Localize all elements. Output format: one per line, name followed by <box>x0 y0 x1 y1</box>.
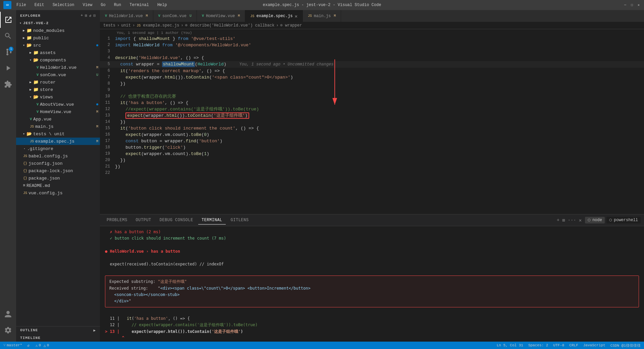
tree-item-views[interactable]: ▾ 📂 views <box>16 93 100 101</box>
cursor-position-status[interactable]: Ln 5, Col 31 <box>497 343 523 347</box>
code-editor[interactable]: You, 1 second ago | 1 author (You) 1 imp… <box>100 29 644 214</box>
tree-item-node-modules[interactable]: ▶ 📁 node_modules <box>16 27 100 34</box>
line-ending-status[interactable]: CRLF <box>569 343 578 347</box>
code-line-17: 17 const button = wrapper.find('button') <box>100 138 644 144</box>
timeline-section[interactable]: TIMELINE <box>16 334 100 342</box>
panel-close-icon[interactable]: ✕ <box>579 217 582 223</box>
breadcrumb-file[interactable]: JS example.spec.js <box>137 23 179 28</box>
search-activity-icon[interactable] <box>0 28 16 44</box>
tree-item-aboutview-vue[interactable]: V AboutView.vue <box>16 101 100 108</box>
code-line-11: 11 it('has a button', () => { <box>100 100 644 106</box>
terminal-panel: PROBLEMS OUTPUT DEBUG CONSOLE TERMINAL G… <box>100 214 644 342</box>
terminal-line-empty <box>105 255 639 261</box>
panel-tab-gitlens[interactable]: GITLENS <box>227 216 252 224</box>
user-info-status[interactable]: CSDN @1佳佳佳佳 <box>610 343 641 348</box>
tree-item-assets[interactable]: ▶ 📁 assets <box>16 49 100 56</box>
maximize-button[interactable]: □ <box>630 3 634 7</box>
collapse-icon[interactable]: ⊟ <box>93 13 96 18</box>
close-button[interactable]: ✕ <box>637 3 641 7</box>
panel-tab-problems[interactable]: PROBLEMS <box>103 216 131 224</box>
tree-item-readme[interactable]: M README.md <box>16 182 100 189</box>
panel-tab-debug-console[interactable]: DEBUG CONSOLE <box>156 216 197 224</box>
tree-item-gitignore[interactable]: · .gitignore <box>16 145 100 152</box>
source-control-activity-icon[interactable]: 1 <box>0 44 16 60</box>
folder-icon: 📁 <box>33 87 39 92</box>
extensions-activity-icon[interactable] <box>0 76 16 92</box>
new-folder-icon[interactable]: ⊞ <box>85 13 88 18</box>
file-tree: ▾ JEST-VUE-2 ▶ 📁 node_modules ▶ 📁 public… <box>16 19 100 326</box>
tab-helloworld-vue[interactable]: V HelloWorld.vue M <box>100 10 153 22</box>
code-line-22: 22 <box>100 170 644 176</box>
new-terminal-icon[interactable]: + <box>557 217 559 223</box>
tree-item-public[interactable]: ▶ 📁 public <box>16 34 100 42</box>
file-icon: · <box>23 146 26 151</box>
explorer-activity-icon[interactable] <box>0 12 16 28</box>
tree-root-folder[interactable]: ▾ JEST-VUE-2 <box>16 19 100 27</box>
tree-item-homeview-vue[interactable]: V HomeView.vue M <box>16 108 100 115</box>
breadcrumb-wrapper[interactable]: ⊙ wrapper <box>280 23 302 28</box>
panel-content[interactable]: ✗ has a button (2 ms) ✓ button click sho… <box>100 226 644 342</box>
terminal-tab-powershell[interactable]: ⬡ powershell <box>606 217 641 223</box>
modified-badge: M <box>96 110 98 114</box>
language-mode-status[interactable]: JavaScript <box>583 343 605 347</box>
tree-item-tests[interactable]: ▾ 📂 tests \ unit <box>16 130 100 138</box>
panel-tab-output[interactable]: OUTPUT <box>132 216 155 224</box>
settings-activity-icon[interactable] <box>0 322 16 338</box>
tree-item-main-js[interactable]: JS main.js M <box>16 123 100 130</box>
refresh-icon[interactable]: ↺ <box>89 13 92 18</box>
menu-view[interactable]: View <box>81 2 94 8</box>
menu-terminal[interactable]: Terminal <box>128 2 151 8</box>
vue-file-icon: V <box>30 117 32 121</box>
menu-bar[interactable]: File Edit Selection View Go Run Terminal… <box>15 2 169 8</box>
modified-dot <box>96 103 98 105</box>
tree-item-app-vue[interactable]: V App.vue <box>16 115 100 123</box>
new-file-icon[interactable]: + <box>81 13 84 18</box>
menu-help[interactable]: Help <box>156 2 169 8</box>
split-terminal-icon[interactable]: ⊞ <box>562 217 565 223</box>
error-status[interactable]: ⚠ 0 △ 0 <box>36 343 49 348</box>
tab-close-button[interactable]: ✕ <box>294 13 297 19</box>
tree-item-soncom-vue[interactable]: V sonCom.vue U <box>16 71 100 79</box>
outline-section[interactable]: OUTLINE ▶ <box>16 326 100 334</box>
tab-soncom-vue[interactable]: V sonCom.vue U <box>153 10 197 22</box>
tree-item-package-json[interactable]: {} package.json <box>16 174 100 182</box>
tab-main-js[interactable]: JS main.js M <box>303 10 341 22</box>
run-debug-activity-icon[interactable] <box>0 60 16 76</box>
window-controls[interactable]: ─ □ ✕ <box>623 3 641 7</box>
account-activity-icon[interactable] <box>0 306 16 322</box>
minimize-button[interactable]: ─ <box>623 3 627 7</box>
root-label: JEST-VUE-2 <box>23 21 49 25</box>
tree-item-jsconfig[interactable]: {} jsconfig.json <box>16 160 100 167</box>
tree-item-babel-config[interactable]: JS babel.config.js <box>16 152 100 160</box>
menu-file[interactable]: File <box>15 2 28 8</box>
sync-status[interactable]: ↺ <box>27 343 31 348</box>
tree-item-package-lock[interactable]: {} package-lock.json <box>16 167 100 174</box>
breadcrumb-describe[interactable]: ⊙ describe('HelloWorld.vue') callback <box>185 23 274 28</box>
breadcrumb-tests[interactable]: tests <box>103 23 115 28</box>
menu-run[interactable]: Run <box>112 2 123 8</box>
menu-edit[interactable]: Edit <box>33 2 46 8</box>
indentation-status[interactable]: Spaces: 2 <box>528 343 548 347</box>
tree-item-example-spec-js[interactable]: JS example.spec.js M <box>16 138 100 145</box>
code-line-1: 1 import { shallowMount } from '@vue/tes… <box>100 36 644 42</box>
breadcrumb-unit[interactable]: unit <box>121 23 131 28</box>
panel-tab-terminal[interactable]: TERMINAL <box>198 216 226 225</box>
warning-icon: △ <box>44 343 46 348</box>
tree-item-vue-config[interactable]: JS vue.config.js <box>16 189 100 197</box>
tab-homeview-vue[interactable]: V HomeView.vue M <box>197 10 245 22</box>
tab-example-spec-js[interactable]: JS example.spec.js ✕ <box>245 10 303 22</box>
menu-go[interactable]: Go <box>99 2 107 8</box>
encoding-status[interactable]: UTF-8 <box>553 343 564 347</box>
tree-item-store[interactable]: ▶ 📁 store <box>16 86 100 93</box>
menu-selection[interactable]: Selection <box>51 2 76 8</box>
js-file-icon: JS <box>23 191 27 195</box>
terminal-tab-node[interactable]: ⬡ node <box>585 217 605 223</box>
tree-item-helloworld-vue[interactable]: V HelloWorld.vue M <box>16 64 100 71</box>
code-line-6: 6 it('renders the correct markup', () =>… <box>100 68 644 74</box>
code-line-10: 10 // 也便于检查已存在的元赛 <box>100 93 644 100</box>
tree-item-components[interactable]: ▾ 📂 components <box>16 56 100 64</box>
panel-more-icon[interactable]: ··· <box>568 217 576 223</box>
tree-item-src[interactable]: ▾ 📂 src <box>16 42 100 49</box>
git-branch-status[interactable]: ⑂ master* <box>3 343 22 347</box>
tree-item-router[interactable]: ▶ 📁 router <box>16 79 100 86</box>
